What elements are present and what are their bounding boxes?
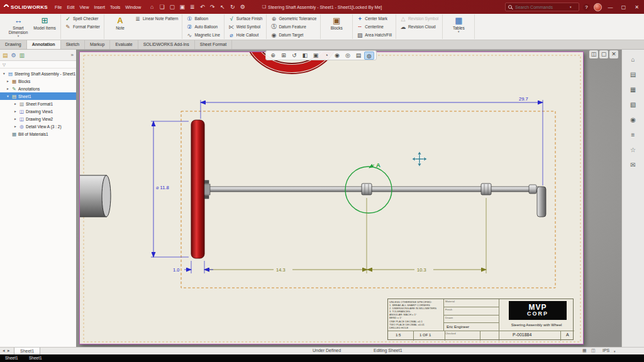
spell-checker-button[interactable]: ✓ Spell Checker (64, 14, 101, 23)
tables-caret-icon[interactable]: ▾ (458, 30, 460, 33)
home-icon[interactable]: ⌂ (148, 4, 155, 10)
datum-feature-button[interactable]: Ⓐ Datum Feature (269, 23, 318, 31)
tab-drawing[interactable]: Drawing (0, 40, 27, 49)
view-settings-icon[interactable]: ◍ (364, 52, 374, 60)
blocks-button[interactable]: ▣ Blocks (323, 14, 350, 39)
dim-text-wheel-to-bearing[interactable]: 14.3 (276, 267, 286, 273)
expander-icon[interactable]: ▾ (2, 72, 6, 75)
menu-insert[interactable]: Insert (94, 5, 106, 9)
search-input[interactable] (514, 4, 568, 10)
tree-root-item[interactable]: ▾ ▤ Steering Shaft Assembly - Sheet1 (0, 70, 76, 77)
hole-callout-button[interactable]: ⌀ Hole Callout (227, 31, 264, 39)
steering-assembly-front-view[interactable] (191, 120, 546, 258)
drawing-sheet[interactable]: A 29.7 ⌀ 11.8 (79, 52, 584, 344)
sheet-tab-next-icon[interactable]: ▸ (8, 348, 10, 353)
magnetic-line-button[interactable]: ∿ Magnetic Line (185, 31, 221, 39)
tree-item-blocks[interactable]: ▸ ▦ Blocks (0, 77, 76, 85)
apply-scene-icon[interactable]: ▤ (353, 52, 364, 60)
pane-toggle-icon[interactable]: ◫ (591, 348, 596, 353)
tree-item-sheet-format1[interactable]: ▸ ▥ Sheet Format1 (0, 100, 76, 107)
display-style-icon[interactable]: ◔ (321, 52, 331, 60)
menu-tools[interactable]: Tools (110, 5, 120, 9)
view-orientation-icon[interactable]: ▣ (311, 52, 321, 60)
grid-settings-icon[interactable]: ▦ (582, 348, 587, 353)
edit-appearance-icon[interactable]: ◎ (343, 52, 353, 60)
tree-item-annotations[interactable]: ▸ ✎ Annotations (0, 85, 76, 92)
tables-button[interactable]: ▦ Tables ▾ (445, 14, 472, 39)
format-painter-button[interactable]: ✎ Format Painter (64, 23, 101, 31)
surface-finish-button[interactable]: √ Surface Finish (227, 14, 264, 23)
geometric-tolerance-button[interactable]: ⊕ Geometric Tolerance (269, 14, 318, 23)
design-library-icon[interactable]: ▤ (627, 69, 640, 80)
drawing-view1-border[interactable] (181, 111, 555, 288)
bearing-collar-2[interactable] (481, 184, 491, 195)
menu-file[interactable]: File (55, 5, 62, 9)
close-button[interactable]: ✕ (632, 4, 641, 10)
hide-show-items-icon[interactable]: ◉ (332, 52, 342, 60)
dimension-wheel-to-bearing[interactable]: 14.3 10.3 (204, 198, 486, 273)
centerline-button[interactable]: ╌ Centerline (355, 23, 393, 31)
tab-annotation[interactable]: Annotation (27, 40, 61, 49)
model-items-button[interactable]: ⊞ Model Items (31, 14, 58, 39)
dimension-wheel-thickness[interactable]: 1.0 (173, 261, 213, 273)
messages-icon[interactable]: ✉ (627, 160, 640, 171)
detail-view-a-geometry[interactable] (80, 175, 111, 217)
dimension-overall-length[interactable]: 29.7 (201, 96, 543, 185)
shaft-end-handle[interactable] (537, 187, 546, 217)
smart-dimension-caret-icon[interactable]: ▾ (18, 35, 19, 38)
wheel-side-view[interactable] (191, 120, 204, 258)
search-commands-box[interactable]: ▾ (505, 3, 579, 11)
dimension-wheel-diameter[interactable]: ⌀ 11.8 (151, 121, 189, 257)
balloon-button[interactable]: ① Balloon (185, 14, 221, 23)
dim-text-overall-length[interactable]: 29.7 (519, 96, 528, 102)
menu-edit[interactable]: Edit (67, 5, 74, 9)
undo-icon[interactable]: ↶ (199, 4, 206, 10)
open-file-icon[interactable]: ▢ (169, 4, 175, 10)
feature-tree-tab-icon[interactable]: ▤ (3, 52, 8, 58)
expander-icon[interactable]: ▸ (6, 79, 10, 83)
panel-expand-icon[interactable]: » (71, 52, 74, 58)
file-explorer-icon[interactable]: ▦ (627, 84, 640, 96)
section-view-icon[interactable]: ◧ (300, 52, 310, 60)
sheet-tab-prev-icon[interactable]: ◂ (3, 348, 5, 353)
tree-item-sheet1[interactable]: ▾ ▤ Sheet1 (0, 92, 76, 100)
tab-solidworks-addins[interactable]: SOLIDWORKS Add-Ins (138, 40, 195, 49)
tab-markup[interactable]: Markup (85, 40, 110, 49)
view-palette-icon[interactable]: ▧ (627, 99, 640, 111)
graphics-area[interactable]: A 29.7 ⌀ 11.8 (77, 50, 621, 347)
area-hatch-button[interactable]: ▨ Area Hatch/Fill (355, 31, 393, 39)
previous-view-icon[interactable]: ↺ (289, 52, 299, 60)
detail-label[interactable]: A (376, 162, 380, 168)
menu-view[interactable]: View (79, 5, 89, 9)
tree-item-drawing-view2[interactable]: ▸ ◫ Drawing View2 (0, 115, 76, 123)
weld-symbol-button[interactable]: ⋉ Weld Symbol (227, 23, 264, 31)
redo-icon[interactable]: ↷ (209, 4, 216, 10)
select-arrow-icon[interactable]: ↖ (219, 4, 226, 10)
tab-evaluate[interactable]: Evaluate (110, 40, 138, 49)
expander-icon[interactable]: ▸ (6, 87, 10, 90)
dim-text-wheel-thickness[interactable]: 1.0 (173, 267, 179, 273)
pane-close-icon[interactable]: ✕ (609, 50, 618, 58)
configuration-tab-icon[interactable]: ▥ (19, 52, 25, 58)
save-icon[interactable]: ▣ (179, 4, 186, 10)
expander-icon[interactable]: ▸ (13, 117, 18, 121)
tree-item-bill-of-materials[interactable]: ▦ Bill of Materials1 (0, 130, 76, 138)
minimize-button[interactable]: — (606, 4, 615, 10)
tree-item-drawing-view1[interactable]: ▸ ◫ Drawing View1 (0, 107, 76, 115)
tab-sheet-format[interactable]: Sheet Format (195, 40, 232, 49)
maximize-button[interactable]: ▢ (619, 4, 628, 10)
search-dropdown-icon[interactable]: ▾ (570, 5, 572, 9)
auto-balloon-button[interactable]: ② Auto Balloon (185, 23, 221, 31)
help-icon[interactable]: ? (583, 4, 590, 11)
tree-item-detail-view-a[interactable]: ▸ ◎ Detail View A (3 : 2) (0, 123, 76, 130)
units-indicator[interactable]: IPS (602, 348, 609, 353)
zoom-to-fit-icon[interactable]: ⊕ (268, 52, 278, 60)
expander-icon[interactable]: ▸ (13, 102, 18, 106)
smart-dimension-button[interactable]: ↔ Smart Dimension ▾ (5, 14, 31, 39)
new-file-icon[interactable]: ❏ (158, 4, 165, 10)
center-mark-button[interactable]: + Center Mark (355, 14, 393, 23)
appearances-scenes-icon[interactable]: ◉ (627, 114, 640, 126)
menu-window[interactable]: Window (125, 5, 141, 9)
expander-icon[interactable]: ▾ (6, 94, 10, 98)
dim-text-bearing-to-bearing[interactable]: 10.3 (417, 267, 426, 273)
